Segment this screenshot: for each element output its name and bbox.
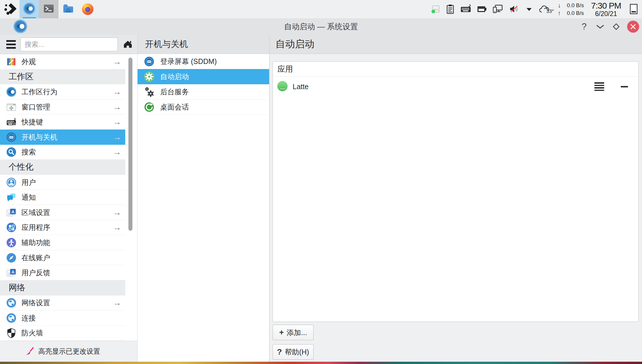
sidebar-item-label: 在线账户 — [21, 253, 125, 263]
sidebar-item-online-accounts[interactable]: 在线账户 — [0, 250, 125, 265]
sidebar-item-label: 连接 — [21, 313, 125, 323]
window-help-button[interactable]: ? — [579, 21, 589, 32]
properties-menu-icon[interactable] — [594, 82, 604, 91]
sidebar-item-label: 窗口管理 — [21, 102, 113, 112]
sidebar-item-search[interactable]: 搜索 → — [0, 145, 125, 160]
autostart-app-row[interactable]: Latte — [273, 77, 638, 97]
system-settings-icon — [23, 2, 36, 16]
keyboard-icon[interactable] — [460, 4, 471, 14]
sidebar-item-shortcuts[interactable]: 快捷键 → — [0, 114, 125, 130]
help-button-label: 帮助(H) — [285, 347, 309, 357]
sidebar-item-startup-shutdown[interactable]: 开机与关机 → — [0, 130, 125, 145]
window-body: 外观 → 工作区 工作区行为 → 窗口管理 — [0, 35, 642, 362]
download-arrow-icon: ↓ — [557, 2, 561, 9]
applications-icon — [6, 222, 17, 233]
app-launcher-button[interactable] — [0, 0, 19, 18]
sidebar-item-label: 用户 — [21, 178, 125, 187]
sidebar-item-users[interactable]: 用户 — [0, 175, 125, 190]
help-button[interactable]: ? 帮助(H) — [273, 344, 314, 360]
sidebar-item-connections[interactable]: 连接 — [0, 310, 125, 326]
desktop-screen: 33° ↓ 0.0 B/s ↑ 0.0 B/s 7:30 PM 6/20/21 — [0, 0, 642, 364]
sidebar-item-firewall[interactable]: 防火墙 — [0, 326, 125, 341]
sddm-icon — [144, 56, 154, 67]
network-speed-widget[interactable]: ↓ 0.0 B/s ↑ 0.0 B/s — [557, 2, 584, 17]
svg-text:A: A — [11, 209, 14, 214]
section-label: 工作区 — [9, 71, 34, 83]
sidebar-category-list: 外观 → 工作区 工作区行为 → 窗口管理 — [0, 54, 137, 341]
taskbar-file-manager[interactable] — [58, 0, 78, 18]
question-icon: ? — [277, 347, 282, 357]
arrow-right-icon: → — [113, 102, 121, 112]
appearance-icon — [6, 56, 17, 67]
download-speed: 0.0 B/s — [566, 2, 584, 9]
subnav-item-label: 后台服务 — [160, 87, 189, 97]
taskbar-app-area — [0, 0, 97, 18]
taskbar-firefox[interactable] — [78, 0, 97, 18]
sidebar-item-network-settings[interactable]: 网络设置 → — [0, 295, 125, 311]
user-feedback-icon: A — [6, 267, 17, 278]
sidebar-item-accessibility[interactable]: 辅助功能 — [0, 235, 125, 250]
sidebar-item-applications[interactable]: 应用程序 → — [0, 220, 125, 235]
online-accounts-icon — [6, 252, 17, 263]
sidebar-item-workspace-behavior[interactable]: 工作区行为 → — [0, 84, 125, 99]
firewall-icon — [6, 328, 17, 338]
sidebar-footer[interactable]: 高亮显示已更改设置 — [0, 341, 137, 362]
subnav-item-login-screen[interactable]: 登录屏幕 (SDDM) — [138, 54, 269, 69]
desktop-wallpaper-strip — [0, 362, 642, 364]
titlebar[interactable]: 自动启动 — 系统设置 ? — [0, 18, 642, 35]
sidebar-item-label: 用户反馈 — [21, 268, 125, 277]
tray-expand-caret-icon[interactable] — [525, 5, 533, 13]
upload-arrow-icon: ↑ — [557, 10, 561, 17]
menu-hamburger-icon[interactable] — [6, 40, 16, 49]
volume-muted-icon[interactable] — [508, 4, 520, 15]
section-label: 个性化 — [9, 161, 34, 173]
taskbar-system-settings[interactable] — [19, 0, 39, 18]
sidebar-toolbar — [0, 35, 137, 54]
sidebar-item-appearance[interactable]: 外观 → — [0, 54, 125, 69]
sidebar-section-personalization: 个性化 — [0, 160, 125, 175]
taskbar: 33° ↓ 0.0 B/s ↑ 0.0 B/s 7:30 PM 6/20/21 — [0, 0, 642, 19]
window-close-button[interactable] — [627, 21, 639, 33]
tray-status-icon[interactable] — [430, 4, 441, 14]
sidebar-item-notifications[interactable]: 通知 — [0, 190, 125, 205]
subnav-header: 开机与关机 — [138, 35, 269, 54]
content-body: 应用 Latte + 添加... ? 帮助 — [270, 54, 642, 362]
search-input[interactable] — [20, 38, 118, 51]
boot-shutdown-icon — [6, 132, 17, 142]
terminal-icon — [42, 2, 55, 16]
weather-icon[interactable]: 33° — [538, 3, 551, 15]
clock-date: 6/20/21 — [595, 10, 617, 17]
highlight-brush-icon — [25, 346, 34, 357]
add-button[interactable]: + 添加... — [273, 325, 314, 340]
sidebar-item-label: 防火墙 — [21, 328, 125, 338]
autostart-apps-frame: 应用 Latte — [273, 61, 639, 322]
sidebar-scrollbar[interactable] — [128, 58, 132, 231]
sidebar-item-window-management[interactable]: 窗口管理 → — [0, 99, 125, 115]
remove-entry-icon[interactable] — [621, 86, 628, 87]
battery-icon[interactable] — [476, 4, 487, 14]
arrow-right-icon: → — [113, 57, 121, 66]
window-minimize-button[interactable] — [595, 21, 605, 32]
subnav-item-desktop-session[interactable]: 桌面会话 — [138, 99, 269, 115]
sidebar-item-regional-settings[interactable]: A 区域设置 → — [0, 205, 125, 220]
window-maximize-button[interactable] — [611, 21, 621, 32]
show-desktop-button[interactable] — [628, 3, 639, 15]
arrow-right-icon: → — [113, 132, 121, 142]
sidebar-item-label: 工作区行为 — [21, 87, 113, 97]
taskbar-terminal[interactable] — [39, 0, 58, 18]
home-icon[interactable] — [122, 38, 133, 51]
desktop-session-icon — [144, 102, 154, 112]
kdeconnect-icon[interactable] — [492, 4, 504, 15]
plus-icon: + — [279, 328, 284, 337]
apps-group-label: 应用 — [273, 62, 638, 77]
weather-temperature: 33° — [547, 9, 554, 14]
sidebar-item-label: 应用程序 — [21, 223, 113, 232]
notifications-icon — [6, 192, 17, 203]
clipboard-icon[interactable] — [445, 4, 455, 14]
subnav-item-autostart[interactable]: 自动启动 — [138, 69, 269, 84]
clock-widget[interactable]: 7:30 PM 6/20/21 — [591, 1, 621, 17]
subnav-item-background-services[interactable]: 后台服务 — [138, 84, 269, 99]
sidebar-item-user-feedback[interactable]: A 用户反馈 — [0, 265, 125, 280]
window-title: 自动启动 — 系统设置 — [0, 21, 642, 32]
sidebar-item-label: 外观 — [21, 57, 113, 66]
